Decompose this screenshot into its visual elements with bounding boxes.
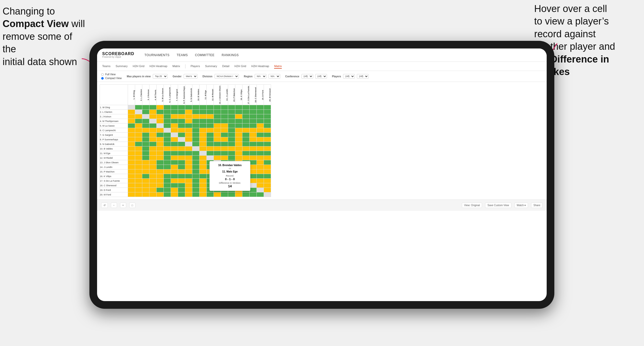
cell-r6-c20[interactable] <box>264 128 271 133</box>
cell-r13-c8[interactable] <box>178 160 185 165</box>
cell-r12-c4[interactable] <box>149 156 157 160</box>
cell-r10-c6[interactable] <box>164 146 171 151</box>
cell-r3-c4[interactable] <box>149 114 157 119</box>
cell-r2-c16[interactable] <box>235 110 242 114</box>
cell-r12-c3[interactable] <box>142 156 149 160</box>
cell-r13-c5[interactable] <box>157 160 164 165</box>
cell-r9-c8[interactable] <box>178 142 185 146</box>
cell-r1-c6[interactable] <box>164 105 171 110</box>
cell-r11-c2[interactable] <box>135 151 142 156</box>
cell-r20-c12[interactable] <box>207 192 214 197</box>
cell-r7-c9[interactable] <box>185 133 192 137</box>
watch-button[interactable]: Watch ▾ <box>514 203 528 208</box>
cell-r11-c11[interactable] <box>200 151 207 156</box>
cell-r3-c6[interactable] <box>164 114 171 119</box>
cell-r16-c6[interactable] <box>164 174 171 179</box>
cell-r15-c8[interactable] <box>178 169 185 174</box>
cell-r16-c3[interactable] <box>142 174 149 179</box>
cell-r12-c15[interactable] <box>228 156 235 160</box>
cell-r20-c14[interactable] <box>221 192 228 197</box>
tab-players[interactable]: Players <box>191 64 200 69</box>
cell-r11-c3[interactable] <box>142 151 149 156</box>
cell-r5-c16[interactable] <box>235 123 242 128</box>
cell-r17-c9[interactable] <box>185 179 192 183</box>
cell-r10-c16[interactable] <box>235 146 242 151</box>
share-button[interactable]: Share <box>531 203 543 208</box>
cell-r13-c6[interactable] <box>164 160 171 165</box>
tab-matrix-r[interactable]: Matrix <box>274 64 282 69</box>
nav-teams[interactable]: TEAMS <box>177 53 188 57</box>
cell-r14-c7[interactable] <box>171 165 178 169</box>
cell-r6-c12[interactable] <box>207 128 214 133</box>
cell-r11-c14[interactable] <box>221 151 228 156</box>
cell-r6-c6[interactable] <box>164 128 171 133</box>
cell-r5-c15[interactable] <box>228 123 235 128</box>
cell-r2-c6[interactable] <box>164 110 171 114</box>
cell-r3-c16[interactable] <box>235 114 242 119</box>
cell-r11-c5[interactable] <box>157 151 164 156</box>
cell-r3-c15[interactable] <box>228 114 235 119</box>
cell-r15-c4[interactable] <box>149 169 157 174</box>
cell-r11-c10[interactable] <box>192 151 200 156</box>
cell-r6-c7[interactable] <box>171 128 178 133</box>
cell-r5-c12[interactable] <box>207 123 214 128</box>
cell-r12-c9[interactable] <box>185 156 192 160</box>
cell-r15-c3[interactable] <box>142 169 149 174</box>
cell-r19-c7[interactable] <box>171 188 178 192</box>
cell-r7-c3[interactable] <box>142 133 149 137</box>
nav-rankings[interactable]: RANKINGS <box>222 53 239 57</box>
cell-r8-c20[interactable] <box>264 137 271 142</box>
cell-r20-c20[interactable] <box>264 192 271 197</box>
cell-r20-c4[interactable] <box>149 192 157 197</box>
cell-r20-c1[interactable] <box>128 192 135 197</box>
cell-r1-c17[interactable] <box>242 105 250 110</box>
cell-r19-c4[interactable] <box>149 188 157 192</box>
cell-r15-c10[interactable] <box>192 169 200 174</box>
cell-r5-c19[interactable] <box>257 123 264 128</box>
cell-r8-c9[interactable] <box>185 137 192 142</box>
cell-r9-c6[interactable] <box>164 142 171 146</box>
cell-r3-c2[interactable] <box>135 114 142 119</box>
cell-r18-c20[interactable] <box>264 183 271 188</box>
conference-select-2[interactable]: (All) <box>315 74 327 79</box>
cell-r4-c18[interactable] <box>250 119 257 123</box>
cell-r17-c7[interactable] <box>171 179 178 183</box>
cell-r20-c6[interactable] <box>164 192 171 197</box>
cell-r14-c6[interactable] <box>164 165 171 169</box>
cell-r17-c5[interactable] <box>157 179 164 183</box>
cell-r1-c18[interactable] <box>250 105 257 110</box>
cell-r4-c5[interactable] <box>157 119 164 123</box>
cell-r18-c5[interactable] <box>157 183 164 188</box>
cell-r3-c9[interactable] <box>185 114 192 119</box>
cell-r17-c20[interactable] <box>264 179 271 183</box>
cell-r1-c2[interactable] <box>135 105 142 110</box>
cell-r4-c1[interactable] <box>128 119 135 123</box>
cell-r6-c14[interactable] <box>221 128 228 133</box>
cell-r2-c18[interactable] <box>250 110 257 114</box>
cell-r10-c19[interactable] <box>257 146 264 151</box>
players-select-1[interactable]: (All) <box>343 74 355 79</box>
cell-r5-c18[interactable] <box>250 123 257 128</box>
cell-r12-c20[interactable] <box>264 156 271 160</box>
cell-r20-c18[interactable] <box>250 192 257 197</box>
cell-r6-c1[interactable] <box>128 128 135 133</box>
cell-r14-c9[interactable] <box>185 165 192 169</box>
cell-r7-c11[interactable] <box>200 133 207 137</box>
cell-r15-c5[interactable] <box>157 169 164 174</box>
cell-r18-c8[interactable] <box>178 183 185 188</box>
cell-r12-c12[interactable] <box>207 156 214 160</box>
cell-r12-c17[interactable] <box>242 156 250 160</box>
cell-r5-c9[interactable] <box>185 123 192 128</box>
cell-r6-c19[interactable] <box>257 128 264 133</box>
cell-r5-c3[interactable] <box>142 123 149 128</box>
cell-r11-c12[interactable] <box>207 151 214 156</box>
tab-detail[interactable]: Detail <box>222 64 229 69</box>
cell-r13-c11[interactable] <box>200 160 207 165</box>
cell-r16-c8[interactable] <box>178 174 185 179</box>
cell-r7-c10[interactable] <box>192 133 200 137</box>
cell-r7-c17[interactable] <box>242 133 250 137</box>
cell-r12-c16[interactable] <box>235 156 242 160</box>
cell-r11-c9[interactable] <box>185 151 192 156</box>
cell-r14-c19[interactable] <box>257 165 264 169</box>
cell-r9-c5[interactable] <box>157 142 164 146</box>
